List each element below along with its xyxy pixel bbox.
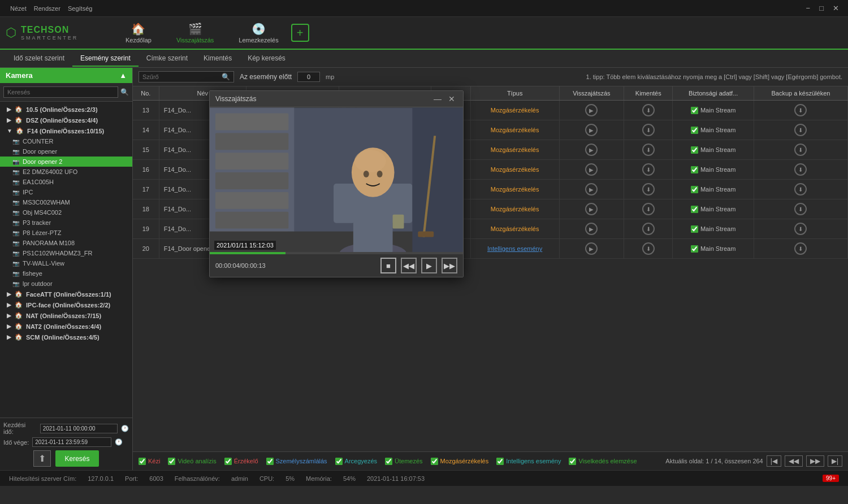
tab-kepkereses[interactable]: Kép keresés <box>240 51 293 67</box>
backup-row-button[interactable]: ⬇ <box>794 203 807 215</box>
search-button[interactable]: Keresés <box>55 450 98 467</box>
download-row-button[interactable]: ⬇ <box>642 144 655 156</box>
end-time-input[interactable] <box>32 437 111 447</box>
download-row-button[interactable]: ⬇ <box>642 203 655 215</box>
check-szemely-input[interactable] <box>266 458 274 465</box>
play-row-button[interactable]: ▶ <box>585 223 598 235</box>
start-time-input[interactable] <box>40 424 118 433</box>
page-next-button[interactable]: ▶▶ <box>806 455 824 467</box>
menu-rendszer[interactable]: Rendszer <box>34 5 60 12</box>
modal-close-button[interactable]: ✕ <box>446 94 457 103</box>
rewind-button[interactable]: ◀◀ <box>401 258 417 273</box>
backup-row-button[interactable]: ⬇ <box>794 183 807 195</box>
backup-check[interactable] <box>691 245 698 253</box>
play-row-button[interactable]: ▶ <box>585 124 598 136</box>
check-erzekelo-input[interactable] <box>224 458 232 465</box>
check-utemezos[interactable]: Ütemezés <box>385 458 423 465</box>
backup-check[interactable] <box>691 146 698 154</box>
check-video-input[interactable] <box>168 458 175 465</box>
modal-minimize-button[interactable]: — <box>431 94 444 103</box>
tree-cam-fisheye[interactable]: 📷 fisheye <box>0 268 132 279</box>
tree-cam-panorama[interactable]: 📷 PANORAMA M108 <box>0 238 132 248</box>
check-video[interactable]: Videó analízis <box>168 458 216 465</box>
play-button[interactable]: ▶ <box>421 258 437 273</box>
tree-cam-ea1c[interactable]: 📷 EA1C005H <box>0 177 132 187</box>
tree-cam-objms4[interactable]: 📷 Obj MS4C002 <box>0 207 132 218</box>
play-row-button[interactable]: ▶ <box>585 144 598 156</box>
check-arceegyezes[interactable]: Arcegyezés <box>335 458 377 465</box>
backup-check[interactable] <box>691 186 698 193</box>
download-row-button[interactable]: ⬇ <box>642 242 655 255</box>
tree-cam-dooropener2[interactable]: 📷 Door opener 2 <box>0 157 132 167</box>
backup-row-button[interactable]: ⬇ <box>794 223 807 235</box>
menu-segitseg[interactable]: Segítség <box>68 5 92 12</box>
backup-row-button[interactable]: ⬇ <box>794 144 807 156</box>
close-button[interactable]: ✕ <box>828 3 843 14</box>
tree-cam-p3tracker[interactable]: 📷 P3 tracker <box>0 218 132 228</box>
check-kezi[interactable]: Kézi <box>139 458 160 465</box>
play-row-button[interactable]: ▶ <box>585 183 598 195</box>
tree-group-dsz[interactable]: ▶ 🏠 DSZ (Online/Összes:4/4) <box>0 115 132 125</box>
check-szemely[interactable]: Személyszámlálás <box>266 458 327 465</box>
page-prev-button[interactable]: ◀◀ <box>785 455 803 467</box>
download-row-button[interactable]: ⬇ <box>642 223 655 235</box>
tree-cam-ipc[interactable]: 📷 IPC <box>0 187 132 197</box>
before-event-input[interactable] <box>297 72 320 82</box>
tree-group-nat2[interactable]: ▶ 🏠 NAT2 (Online/Összes:4/4) <box>0 321 132 332</box>
minimize-button[interactable]: − <box>802 3 815 14</box>
video-progress-bar[interactable] <box>210 252 463 254</box>
modal-titlebar[interactable]: Visszajátszás — ✕ <box>210 91 463 107</box>
download-row-button[interactable]: ⬇ <box>642 163 655 176</box>
play-row-button[interactable]: ▶ <box>585 203 598 215</box>
tree-cam-lpr[interactable]: 📷 lpr outdoor <box>0 279 132 289</box>
download-row-button[interactable]: ⬇ <box>642 124 655 136</box>
play-row-button[interactable]: ▶ <box>585 163 598 176</box>
sidebar-collapse-icon[interactable]: ▲ <box>119 71 127 80</box>
download-row-button[interactable]: ⬇ <box>642 183 655 195</box>
download-row-button[interactable]: ⬇ <box>642 104 655 116</box>
check-utemezos-input[interactable] <box>385 458 392 465</box>
page-first-button[interactable]: |◀ <box>767 455 781 467</box>
search-input[interactable] <box>3 86 118 98</box>
tab-idoszelet[interactable]: Idő szelet szerint <box>6 51 72 67</box>
tree-group-scm[interactable]: ▶ 🏠 SCM (Online/Összes:4/5) <box>0 332 132 342</box>
nav-visszajatszas[interactable]: 🎬 Visszajátszás <box>170 20 220 46</box>
tree-group-ipcface[interactable]: ▶ 🏠 IPC-face (Online/Összes:2/2) <box>0 299 132 310</box>
tab-esemeny[interactable]: Esemény szerint <box>72 51 139 67</box>
check-intelligens[interactable]: Intelligens esemény <box>496 458 561 465</box>
tree-cam-dooropener[interactable]: 📷 Door opener <box>0 146 132 157</box>
backup-check[interactable] <box>691 107 698 114</box>
check-mozgas-input[interactable] <box>431 458 438 465</box>
stop-button[interactable]: ■ <box>380 258 396 273</box>
play-row-button[interactable]: ▶ <box>585 242 598 255</box>
check-viselkedes-input[interactable] <box>569 458 576 465</box>
maximize-button[interactable]: □ <box>815 3 828 14</box>
tab-kimentos[interactable]: Kimentés <box>196 51 240 67</box>
export-button[interactable]: ⬆ <box>33 450 51 467</box>
check-arceegyezes-input[interactable] <box>335 458 343 465</box>
tree-group-nat[interactable]: ▶ 🏠 NAT (Online/Összes:7/15) <box>0 310 132 321</box>
nav-kezdolap[interactable]: 🏠 Kezdőlap <box>119 20 158 46</box>
tree-group-105[interactable]: ▶ 🏠 10.5 (Online/Összes:2/3) <box>0 104 132 115</box>
play-row-button[interactable]: ▶ <box>585 104 598 116</box>
backup-check[interactable] <box>691 225 698 233</box>
check-kezi-input[interactable] <box>139 458 146 465</box>
backup-check[interactable] <box>691 127 698 134</box>
tree-group-faceatt[interactable]: ▶ 🏠 FaceATT (Online/Összes:1/1) <box>0 289 132 299</box>
tree-cam-ps1c[interactable]: 📷 PS1C102WHADMZ3_FR <box>0 248 132 258</box>
backup-check[interactable] <box>691 166 698 173</box>
menu-nezet[interactable]: Nézet <box>10 5 27 12</box>
tree-cam-tvwall[interactable]: 📷 TV-WALL-View <box>0 258 132 268</box>
tree-cam-counter[interactable]: 📷 COUNTER <box>0 136 132 146</box>
tree-cam-e2dmz[interactable]: 📷 E2 DMZ64002 UFO <box>0 167 132 177</box>
page-last-button[interactable]: ▶| <box>828 455 842 467</box>
tree-cam-p8lezer[interactable]: 📷 P8 Lézer-PTZ <box>0 228 132 238</box>
check-erzekelo[interactable]: Érzékelő <box>224 458 258 465</box>
nav-lemezkezeles[interactable]: 💿 Lemezkezelés <box>232 20 285 46</box>
backup-check[interactable] <box>691 206 698 213</box>
check-intelligens-input[interactable] <box>496 458 504 465</box>
check-mozgas[interactable]: Mozgásérzékelés <box>431 458 489 465</box>
filter-input[interactable] <box>142 73 222 80</box>
add-tab-button[interactable]: + <box>291 24 309 42</box>
backup-row-button[interactable]: ⬇ <box>794 163 807 176</box>
